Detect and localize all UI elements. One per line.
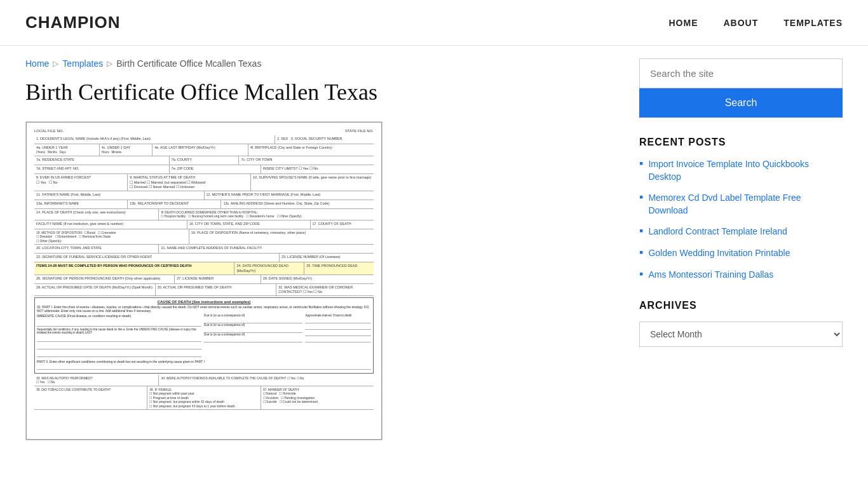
nav-item-templates[interactable]: TEMPLATES [783, 18, 843, 28]
breadcrumb-sep-2: ▷ [107, 59, 112, 68]
main-content: Home ▷ Templates ▷ Birth Certificate Off… [25, 58, 639, 453]
archives-select[interactable]: Select Month [639, 322, 843, 347]
page-title: Birth Certificate Office Mcallen Texas [25, 79, 614, 106]
list-item: ▪ Memorex Cd Dvd Label Template Free Dow… [639, 192, 843, 217]
breadcrumb-templates[interactable]: Templates [62, 58, 103, 69]
archives-heading: ARCHIVES [639, 300, 843, 311]
breadcrumb-sep-1: ▷ [53, 59, 58, 68]
search-input[interactable] [639, 58, 843, 88]
archives-section: ARCHIVES Select Month [639, 300, 843, 347]
nav-item-about[interactable]: ABOUT [723, 18, 758, 28]
search-button[interactable]: Search [639, 88, 843, 118]
document-preview: LOCAL FILE NO. STATE FILE NO. 1. DECEDEN… [26, 122, 382, 440]
recent-post-link-5[interactable]: Ams Montessori Training Dallas [648, 269, 773, 281]
recent-post-link-1[interactable]: Import Invoice Template Into Quickbooks … [648, 158, 843, 183]
recent-posts-heading: RECENT POSTS [639, 137, 843, 148]
site-logo[interactable]: CHAMPION [25, 13, 121, 32]
recent-post-link-2[interactable]: Memorex Cd Dvd Label Template Free Downl… [648, 192, 843, 217]
breadcrumb-current: Birth Certificate Office Mcallen Texas [116, 58, 261, 69]
site-header: CHAMPION HOME ABOUT TEMPLATES [0, 0, 868, 46]
recent-post-link-3[interactable]: Landlord Contract Template Ireland [648, 226, 787, 238]
list-bullet: ▪ [639, 157, 643, 170]
breadcrumb-home[interactable]: Home [25, 58, 49, 69]
list-bullet: ▪ [639, 268, 643, 281]
search-widget: Search [639, 58, 843, 118]
sidebar: Search RECENT POSTS ▪ Import Invoice Tem… [639, 58, 843, 453]
list-bullet: ▪ [639, 246, 643, 259]
content-wrapper: Home ▷ Templates ▷ Birth Certificate Off… [0, 46, 868, 466]
list-item: ▪ Golden Wedding Invitation Printable [639, 247, 843, 260]
breadcrumb: Home ▷ Templates ▷ Birth Certificate Off… [25, 58, 614, 69]
list-bullet: ▪ [639, 224, 643, 238]
list-bullet: ▪ [639, 191, 643, 204]
nav-item-home[interactable]: HOME [668, 18, 698, 28]
main-navigation: HOME ABOUT TEMPLATES [668, 18, 843, 28]
list-item: ▪ Ams Montessori Training Dallas [639, 269, 843, 281]
recent-posts-section: RECENT POSTS ▪ Import Invoice Template I… [639, 137, 843, 281]
recent-post-link-4[interactable]: Golden Wedding Invitation Printable [648, 247, 790, 260]
article-image: LOCAL FILE NO. STATE FILE NO. 1. DECEDEN… [26, 122, 382, 440]
list-item: ▪ Landlord Contract Template Ireland [639, 226, 843, 238]
article-image-wrapper: LOCAL FILE NO. STATE FILE NO. 1. DECEDEN… [25, 121, 383, 440]
list-item: ▪ Import Invoice Template Into Quickbook… [639, 158, 843, 183]
